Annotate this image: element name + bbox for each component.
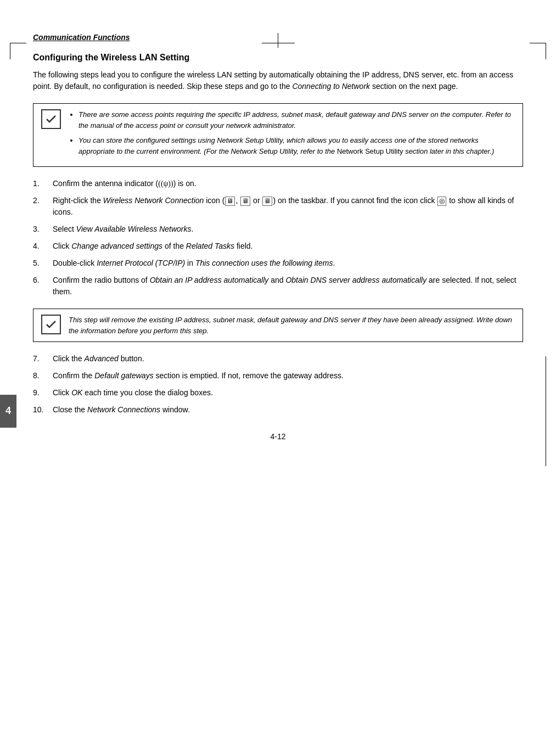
step-2: 2. Right-click the Wireless Network Conn… xyxy=(33,195,523,218)
step-5-text: Double-click Internet Protocol (TCP/IP) … xyxy=(53,257,523,269)
intro-italic: Connecting to Network xyxy=(292,82,370,91)
step-6-num: 6. xyxy=(33,275,53,286)
step-7-text: Click the Advanced button. xyxy=(53,353,523,365)
step-9-text: Click OK each time you close the dialog … xyxy=(53,387,523,399)
section-header-text: Communication Functions xyxy=(33,33,130,42)
step-1-text: Confirm the antenna indicator (((ψ))) is… xyxy=(53,178,523,189)
step-8: 8. Confirm the Default gateways section … xyxy=(33,370,523,382)
steps-list-2: 7. Click the Advanced button. 8. Confirm… xyxy=(33,353,523,416)
page-number-text: 4-12 xyxy=(270,432,285,441)
page-number: 4-12 xyxy=(33,432,523,441)
note-icon-1 xyxy=(41,109,61,129)
chapter-number: 4 xyxy=(5,405,11,417)
step-6-text: Confirm the radio buttons of Obtain an I… xyxy=(53,275,523,298)
step-1-num: 1. xyxy=(33,178,53,189)
step-7-num: 7. xyxy=(33,353,53,365)
step-2-text: Right-click the Wireless Network Connect… xyxy=(53,195,523,218)
step-1: 1. Confirm the antenna indicator (((ψ)))… xyxy=(33,178,523,189)
icon-circle-arrow: ◎ xyxy=(437,197,446,206)
note-box-2: This step will remove the existing IP ad… xyxy=(33,309,523,342)
subsection-title: Configuring the Wireless LAN Setting xyxy=(33,53,523,63)
subsection-title-text: Configuring the Wireless LAN Setting xyxy=(33,53,189,62)
step-4: 4. Click Change advanced settings of the… xyxy=(33,240,523,252)
step-4-num: 4. xyxy=(33,240,53,252)
note-box-1: There are some access points requiring t… xyxy=(33,103,523,167)
chapter-tab: 4 xyxy=(0,395,16,428)
top-registration-mark xyxy=(262,33,295,48)
step-4-text: Click Change advanced settings of the Re… xyxy=(53,240,523,252)
icon-wireless-1: 🖥 xyxy=(225,197,235,206)
note-content-2: This step will remove the existing IP ad… xyxy=(69,315,515,336)
step-7: 7. Click the Advanced button. xyxy=(33,353,523,365)
step-10-text: Close the Network Connections window. xyxy=(53,404,523,416)
step-8-text: Confirm the Default gateways section is … xyxy=(53,370,523,382)
step-3-num: 3. xyxy=(33,223,53,235)
content-area: Communication Functions Configuring the … xyxy=(33,33,523,474)
intro-end: section on the next page. xyxy=(370,82,458,91)
step-5: 5. Double-click Internet Protocol (TCP/I… xyxy=(33,257,523,269)
note-bullet-2: You can store the configured settings us… xyxy=(78,135,515,156)
note-icon-2 xyxy=(41,315,61,334)
right-side-bar xyxy=(546,356,546,466)
step-9-num: 9. xyxy=(33,387,53,399)
step-8-num: 8. xyxy=(33,370,53,382)
step-2-num: 2. xyxy=(33,195,53,206)
step-6: 6. Confirm the radio buttons of Obtain a… xyxy=(33,275,523,298)
corner-mark-tr xyxy=(530,43,546,59)
icon-wireless-3: 🖥 xyxy=(262,197,272,206)
icon-wireless-2: 🖥 xyxy=(240,197,250,206)
step-9: 9. Click OK each time you close the dial… xyxy=(33,387,523,399)
step-3-text: Select View Available Wireless Networks. xyxy=(53,223,523,235)
note-bullet-1: There are some access points requiring t… xyxy=(78,109,515,131)
step-10-num: 10. xyxy=(33,404,53,416)
note-content-1: There are some access points requiring t… xyxy=(69,109,515,161)
page: 4 Communication Functions Configuring th… xyxy=(0,33,556,756)
note2-text: This step will remove the existing IP ad… xyxy=(69,316,512,335)
step-10: 10. Close the Network Connections window… xyxy=(33,404,523,416)
step-5-num: 5. xyxy=(33,257,53,269)
steps-list-1: 1. Confirm the antenna indicator (((ψ)))… xyxy=(33,178,523,298)
note-bullets: There are some access points requiring t… xyxy=(69,109,515,156)
step-3: 3. Select View Available Wireless Networ… xyxy=(33,223,523,235)
corner-mark-tl xyxy=(10,43,26,59)
intro-paragraph: The following steps lead you to configur… xyxy=(33,69,523,92)
